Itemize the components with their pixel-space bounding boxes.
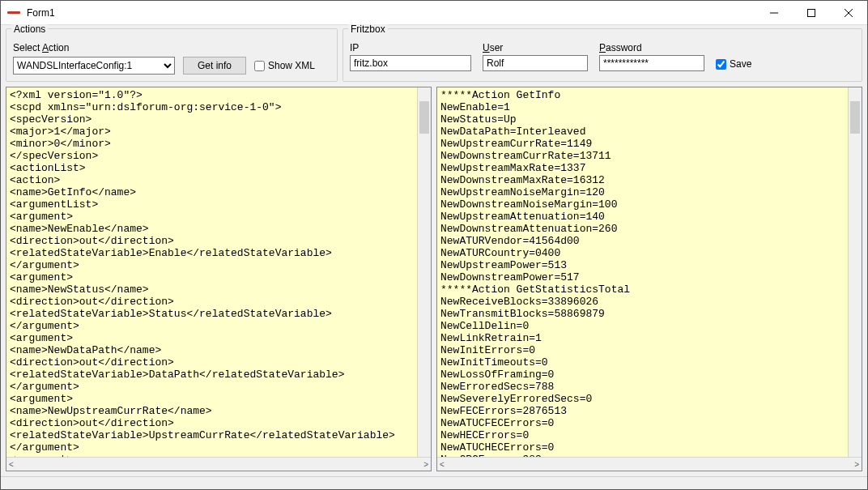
action-select[interactable]: WANDSLInterfaceConfig:1: [13, 57, 175, 75]
left-hscroll[interactable]: < >: [6, 457, 431, 471]
password-input[interactable]: [599, 55, 704, 71]
statusbar: [1, 476, 867, 489]
save-label: Save: [730, 58, 751, 70]
left-vscroll[interactable]: [417, 87, 431, 457]
close-icon: [845, 9, 853, 17]
show-xml-label: Show XML: [268, 60, 315, 71]
close-button[interactable]: [830, 1, 867, 25]
right-vscroll-thumb[interactable]: [850, 101, 860, 134]
get-info-button[interactable]: Get info: [183, 57, 246, 75]
chevron-right-icon: >: [423, 460, 428, 469]
fritzbox-group: Fritzbox IP User Password Save: [343, 28, 862, 82]
save-input[interactable]: [716, 59, 726, 70]
left-vscroll-thumb[interactable]: [419, 101, 429, 134]
show-xml-input[interactable]: [254, 61, 265, 71]
ip-label: IP: [350, 42, 471, 53]
user-input[interactable]: [483, 55, 588, 71]
select-action-label: Select Action: [13, 42, 330, 53]
right-hscroll[interactable]: < >: [437, 457, 862, 471]
right-vscroll[interactable]: [848, 87, 862, 457]
chevron-left-icon: <: [9, 460, 14, 469]
left-pane: <?xml version="1.0"?> <scpd xmlns="urn:d…: [6, 87, 432, 471]
fritzbox-legend: Fritzbox: [348, 24, 388, 34]
minimize-button[interactable]: [755, 1, 793, 25]
right-pane: *****Action GetInfo NewEnable=1 NewStatu…: [436, 87, 862, 471]
right-text[interactable]: *****Action GetInfo NewEnable=1 NewStatu…: [437, 87, 862, 471]
chevron-left-icon: <: [440, 460, 445, 469]
left-text[interactable]: <?xml version="1.0"?> <scpd xmlns="urn:d…: [6, 87, 431, 471]
minimize-icon: [770, 9, 778, 17]
maximize-icon: [807, 9, 815, 17]
window-title: Form1: [27, 7, 55, 19]
svg-rect-1: [808, 9, 815, 16]
chevron-right-icon: >: [854, 460, 859, 469]
toolbar: Actions Select Action WANDSLInterfaceCon…: [1, 25, 867, 87]
titlebar: Form1: [1, 1, 867, 25]
actions-group: Actions Select Action WANDSLInterfaceCon…: [6, 28, 338, 82]
actions-legend: Actions: [11, 24, 48, 34]
maximize-button[interactable]: [793, 1, 830, 25]
panes: <?xml version="1.0"?> <scpd xmlns="urn:d…: [1, 87, 867, 476]
save-checkbox[interactable]: Save: [716, 58, 751, 70]
ip-input[interactable]: [350, 55, 471, 71]
app-icon: [7, 11, 20, 14]
app-window: Form1 Actions Select Action WANDSLInterf…: [0, 0, 868, 490]
user-label: User: [483, 42, 588, 53]
password-label: Password: [599, 42, 704, 53]
show-xml-checkbox[interactable]: Show XML: [254, 60, 315, 71]
